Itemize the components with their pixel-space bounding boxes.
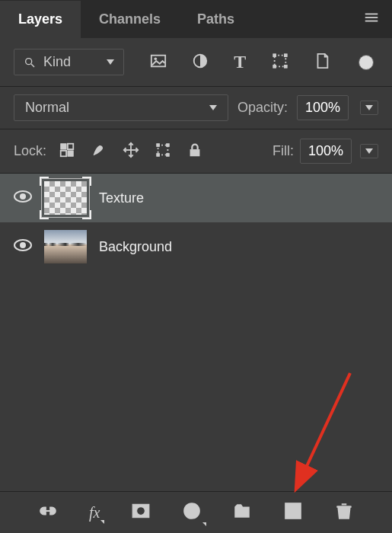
filter-type-icon[interactable]: T [234, 52, 246, 72]
tab-channels[interactable]: Channels [81, 1, 179, 38]
new-layer-icon[interactable] [283, 501, 303, 524]
tab-paths[interactable]: Paths [179, 1, 253, 38]
visibility-toggle-icon[interactable] [14, 190, 32, 206]
panel-menu-icon[interactable] [363, 9, 380, 29]
lock-label: Lock: [14, 143, 46, 159]
add-mask-icon[interactable] [131, 501, 151, 524]
lock-transparency-icon[interactable] [59, 142, 75, 161]
visibility-toggle-icon[interactable] [14, 238, 32, 255]
svg-rect-12 [284, 65, 287, 68]
fill-dropdown-button[interactable] [360, 144, 378, 158]
layer-name[interactable]: Background [99, 239, 172, 255]
chevron-down-icon [365, 148, 373, 154]
lock-paint-icon[interactable] [91, 142, 107, 161]
svg-rect-15 [61, 150, 66, 155]
svg-rect-23 [167, 153, 170, 156]
filter-pixel-icon[interactable] [150, 53, 167, 72]
svg-point-26 [20, 193, 26, 199]
svg-point-6 [154, 57, 157, 60]
chevron-down-icon [209, 105, 217, 110]
svg-rect-13 [61, 143, 66, 148]
layer-row[interactable]: Background [0, 222, 392, 271]
opacity-dropdown-button[interactable] [360, 101, 378, 115]
fill-value-input[interactable]: 100% [300, 139, 352, 164]
svg-rect-14 [68, 143, 73, 148]
chevron-down-icon [107, 59, 114, 65]
filter-toggle-switch[interactable] [359, 55, 374, 70]
filter-smartobject-icon[interactable] [314, 53, 330, 72]
lock-artboard-icon[interactable] [155, 142, 171, 161]
chevron-down-icon [202, 522, 206, 526]
filter-kind-dropdown[interactable]: Kind [14, 49, 124, 75]
layer-effects-icon[interactable]: fx [89, 504, 100, 522]
bottom-toolbar: fx [0, 491, 392, 533]
svg-rect-21 [167, 143, 170, 146]
layers-list: Texture Background [0, 173, 392, 491]
svg-rect-22 [157, 153, 160, 156]
search-icon [24, 56, 36, 69]
svg-rect-11 [272, 65, 276, 68]
new-group-icon[interactable] [232, 501, 252, 524]
svg-point-31 [137, 507, 145, 515]
blend-mode-value: Normal [25, 100, 69, 116]
lock-row: Lock: Fill: 100% [0, 129, 392, 173]
blend-row: Normal Opacity: 100% [0, 86, 392, 129]
adjustment-layer-icon[interactable] [182, 501, 202, 524]
link-layers-icon[interactable] [38, 501, 58, 524]
lock-icons-group [59, 142, 203, 161]
tab-layers[interactable]: Layers [0, 1, 81, 38]
opacity-value-input[interactable]: 100% [297, 95, 349, 120]
blend-mode-dropdown[interactable]: Normal [14, 94, 228, 121]
svg-rect-10 [284, 53, 287, 56]
tab-bar: Layers Channels Paths [0, 0, 392, 38]
svg-point-3 [26, 58, 32, 64]
filter-adjustment-icon[interactable] [192, 53, 209, 72]
filter-kind-label: Kind [43, 54, 71, 70]
filter-row: Kind T [0, 38, 392, 86]
svg-point-28 [20, 242, 26, 248]
svg-rect-9 [272, 53, 276, 56]
svg-rect-20 [157, 143, 160, 146]
layer-row[interactable]: Texture [0, 174, 392, 222]
opacity-label: Opacity: [237, 100, 288, 116]
filter-icons-group: T [145, 52, 378, 72]
delete-layer-icon[interactable] [334, 501, 354, 524]
svg-rect-24 [190, 149, 200, 156]
svg-rect-16 [68, 150, 73, 155]
layers-panel: Layers Channels Paths Kind T Normal [0, 0, 392, 533]
layer-name[interactable]: Texture [99, 190, 144, 206]
filter-shape-icon[interactable] [272, 53, 288, 72]
lock-all-icon[interactable] [186, 142, 203, 161]
lock-position-icon[interactable] [123, 142, 139, 161]
chevron-down-icon [365, 105, 373, 110]
layer-thumbnail[interactable] [44, 181, 87, 215]
fill-label: Fill: [272, 143, 294, 159]
svg-line-4 [31, 64, 34, 67]
layer-thumbnail[interactable] [44, 230, 87, 263]
chevron-down-icon [100, 520, 104, 524]
